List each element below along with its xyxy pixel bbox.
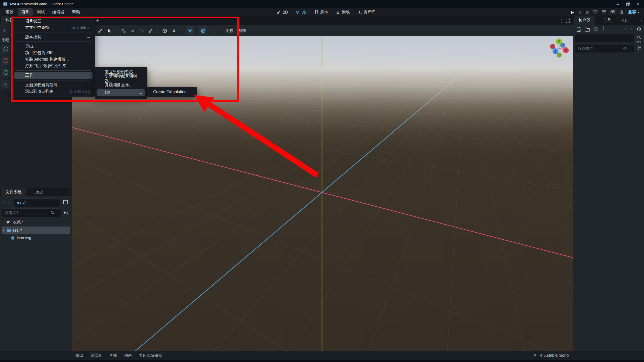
transform-menu[interactable]: 变换 bbox=[226, 28, 234, 33]
movie-maker-button[interactable] bbox=[619, 10, 624, 15]
create-3d-scene-button[interactable] bbox=[2, 57, 10, 65]
fs-back-icon[interactable]: ‹ bbox=[3, 199, 5, 205]
fs-split-view-icon[interactable] bbox=[63, 199, 68, 205]
filesystem-tabstrip: 文件系统 历史 ⋮ bbox=[0, 188, 72, 196]
group-icon[interactable] bbox=[139, 28, 144, 33]
inspector-dock-menu-icon[interactable]: ⋮ bbox=[639, 18, 643, 23]
menu-item-open-user-data-folder[interactable]: 打开 “用户数据” 文件夹 bbox=[12, 63, 95, 69]
tabbar-menu-icon[interactable]: ⋮ bbox=[559, 18, 563, 23]
stop-button[interactable] bbox=[586, 11, 589, 14]
create-ui-scene-button[interactable] bbox=[2, 68, 10, 77]
property-tools-icon[interactable] bbox=[637, 46, 641, 51]
scene-tabs-strip: + ⋮ bbox=[72, 16, 573, 25]
menu-item-create-csharp-solution[interactable]: Create C# solution bbox=[147, 89, 197, 95]
lock-icon[interactable] bbox=[130, 28, 135, 33]
load-resource-icon[interactable] bbox=[585, 27, 590, 32]
viewport-toolbar: ⋮ 变换 视图 bbox=[72, 25, 573, 36]
workspace-3d[interactable]: 3D bbox=[295, 10, 306, 15]
bottom-tab-debugger[interactable]: 调试器 bbox=[90, 353, 102, 358]
menu-item-pack-zip[interactable]: 项目打包为 ZIP... bbox=[12, 50, 95, 56]
workspace-assetlib[interactable]: 资产库 bbox=[357, 10, 376, 15]
menu-help[interactable]: 帮助 bbox=[68, 8, 84, 16]
submenu-arrow-icon: → bbox=[139, 90, 143, 95]
fs-path-input[interactable] bbox=[14, 198, 60, 207]
environment-toggle[interactable] bbox=[199, 26, 207, 35]
select-tool-icon[interactable] bbox=[107, 28, 112, 33]
save-resource-icon[interactable] bbox=[593, 27, 598, 32]
renderer-dropdown[interactable]: 兼容▾ bbox=[628, 10, 639, 15]
play-button[interactable]: ▶ bbox=[571, 10, 574, 15]
tab-filesystem[interactable]: 文件系统 bbox=[1, 188, 26, 196]
snap-magnet-icon[interactable] bbox=[172, 28, 176, 33]
play-current-scene-button[interactable] bbox=[602, 10, 606, 14]
restore-button[interactable] bbox=[623, 0, 633, 8]
gizmo-neg-x bbox=[550, 44, 555, 49]
distraction-free-icon[interactable] bbox=[566, 18, 570, 23]
notification-bell-icon[interactable] bbox=[533, 353, 537, 358]
menu-item-install-android-template[interactable]: 安装 Android 构建模板... bbox=[12, 56, 95, 63]
pause-button[interactable] bbox=[578, 11, 581, 14]
bottom-tab-animation[interactable]: 动画 bbox=[124, 353, 132, 358]
create-2d-scene-button[interactable] bbox=[2, 45, 10, 53]
menu-editor[interactable]: 编辑器 bbox=[49, 8, 68, 16]
tab-history[interactable]: 历史 bbox=[31, 188, 48, 196]
menu-item-project-settings[interactable]: 项目设置... bbox=[12, 18, 95, 24]
tab-groups[interactable]: 分组 bbox=[616, 16, 633, 25]
version-label[interactable]: 4.6.stable.mono bbox=[540, 353, 569, 358]
menu-project[interactable]: 项目 bbox=[18, 8, 33, 16]
resource-extra-menu-icon[interactable]: ⋮ bbox=[601, 26, 606, 32]
main-menu-bar: 场景 项目 调试 编辑器 帮助 2D 3D 脚本 游戏 bbox=[0, 8, 644, 16]
menu-item-find-in-files[interactable]: 在文件中查找...Ctrl+Shift+F bbox=[12, 24, 95, 31]
close-button[interactable]: × bbox=[633, 0, 643, 8]
menu-item-engine-compile-config[interactable]: 引擎编译配置编辑器... bbox=[95, 75, 147, 82]
search-docs-icon[interactable]: DOC bbox=[636, 35, 641, 43]
scene-tree-area bbox=[0, 90, 72, 188]
3d-icon bbox=[295, 10, 300, 14]
menu-item-export[interactable]: 导出... bbox=[12, 43, 95, 50]
bottom-tab-audio[interactable]: 音频 bbox=[109, 353, 117, 358]
viewport-extra-menu-icon[interactable]: ⋮ bbox=[212, 28, 216, 33]
history-forward-icon[interactable]: › bbox=[630, 26, 632, 31]
axis-gizmo[interactable]: Y X Z bbox=[546, 37, 573, 62]
edit-history-icon[interactable] bbox=[636, 27, 641, 32]
list-select-icon[interactable] bbox=[121, 28, 126, 33]
play-custom-scene-button[interactable] bbox=[611, 10, 615, 14]
bottom-tab-shader-editor[interactable]: 着色器编辑器 bbox=[139, 353, 162, 358]
new-scene-tab-button[interactable]: + bbox=[96, 17, 99, 24]
bottom-tab-output[interactable]: 输出 bbox=[75, 353, 83, 358]
new-resource-icon[interactable] bbox=[576, 27, 581, 32]
menu-scene[interactable]: 场景 bbox=[2, 8, 17, 16]
filesystem-menu-icon[interactable]: ⋮ bbox=[67, 189, 71, 195]
favorites-row[interactable]: 收藏： bbox=[6, 219, 25, 225]
fs-sort-icon[interactable] bbox=[63, 210, 68, 215]
fs-file-row[interactable]: icon.svg bbox=[4, 234, 31, 242]
workspace-script[interactable]: 脚本 bbox=[314, 10, 328, 15]
object-name-field[interactable] bbox=[575, 34, 634, 43]
snap-object-icon[interactable] bbox=[162, 28, 167, 33]
create-other-node-button[interactable]: + bbox=[2, 80, 10, 88]
minimize-button[interactable]: – bbox=[613, 0, 623, 8]
inspector-search-icon bbox=[623, 46, 627, 51]
workspace-2d[interactable]: 2D bbox=[277, 10, 288, 15]
menu-item-tools[interactable]: 工具→ bbox=[14, 72, 93, 79]
fs-root-row[interactable]: ▾ res:// bbox=[2, 227, 70, 234]
submenu-arrow-icon: → bbox=[87, 35, 91, 39]
add-node-icon[interactable]: + bbox=[3, 27, 7, 34]
play-scene-button[interactable] bbox=[593, 10, 597, 14]
history-back-icon[interactable]: ‹ bbox=[624, 26, 626, 31]
menu-item-csharp[interactable]: C#→ bbox=[97, 89, 145, 96]
view-menu[interactable]: 视图 bbox=[238, 28, 246, 33]
sun-icon bbox=[188, 28, 192, 33]
menu-item-reload-project[interactable]: 重新加载当前项目 bbox=[12, 82, 95, 88]
menu-item-version-control[interactable]: 版本控制→ bbox=[12, 34, 95, 40]
scale-tool-icon[interactable] bbox=[98, 28, 103, 33]
ruler-icon[interactable] bbox=[148, 28, 153, 33]
tab-signals[interactable]: 信号 bbox=[599, 16, 616, 25]
fs-forward-icon[interactable]: › bbox=[9, 199, 10, 205]
menu-item-upgrade-project-files[interactable]: 升级项目文件... bbox=[95, 82, 147, 88]
workspace-game[interactable]: 游戏 bbox=[336, 10, 350, 15]
menu-debug[interactable]: 调试 bbox=[33, 8, 48, 16]
sun-toggle[interactable] bbox=[186, 26, 194, 35]
tab-inspector[interactable]: 检查器 bbox=[574, 16, 595, 25]
menu-item-quit-to-project-list[interactable]: 退出到项目列表Ctrl+Shift+Q bbox=[12, 88, 95, 95]
